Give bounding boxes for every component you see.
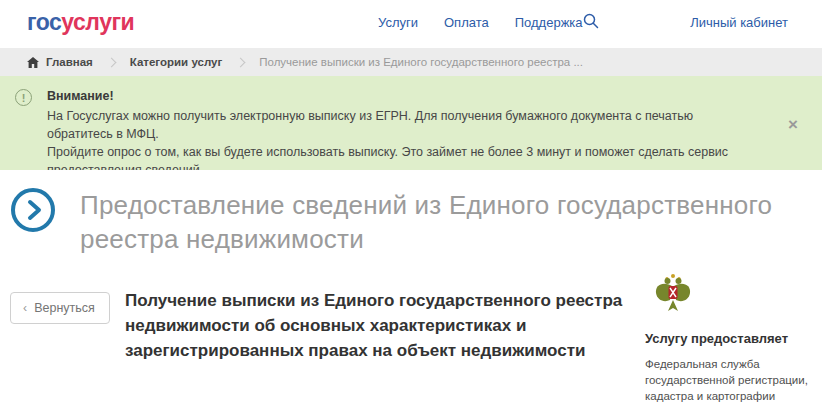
logo-part-gos: гос xyxy=(27,9,61,35)
header: госуслуги Услуги Оплата Поддержка Личный… xyxy=(0,0,822,48)
nav-item-payment[interactable]: Оплата xyxy=(444,15,489,30)
breadcrumb-label: Получение выписки из Единого государстве… xyxy=(259,56,583,68)
service-title-line: зарегистрированных правах на объект недв… xyxy=(125,338,622,363)
main-nav: Услуги Оплата Поддержка xyxy=(378,15,583,30)
service-title: Получение выписки из Единого государстве… xyxy=(125,288,622,363)
service-title-line: недвижимости об основных характеристиках… xyxy=(125,313,622,338)
gosuslugi-logo[interactable]: госуслуги xyxy=(27,9,134,36)
back-button-label: Вернуться xyxy=(34,301,95,315)
back-chevron-icon: ‹ xyxy=(23,301,27,315)
breadcrumb-label: Категории услуг xyxy=(130,56,222,68)
breadcrumb-item-home[interactable]: Главная xyxy=(27,56,93,68)
breadcrumb-separator-icon xyxy=(236,57,246,67)
notice-banner: ! Внимание! На Госуслугах можно получить… xyxy=(0,76,822,170)
breadcrumb-item-categories[interactable]: Категории услуг xyxy=(130,56,222,68)
back-button[interactable]: ‹Вернуться xyxy=(10,292,110,324)
provider-name: Федеральная служба государственной регис… xyxy=(645,356,815,402)
page-title: Предоставление сведений из Единого госуд… xyxy=(80,188,792,256)
notice-line: На Госуслугах можно получить электронную… xyxy=(47,107,762,143)
content-area: ‹Вернуться Получение выписки из Единого … xyxy=(0,268,822,402)
provider-panel: Услугу предоставляет Федеральная служба … xyxy=(645,273,815,402)
service-title-line: Получение выписки из Единого государстве… xyxy=(125,288,622,313)
account-link[interactable]: Личный кабинет xyxy=(690,15,788,30)
breadcrumb-label: Главная xyxy=(46,56,93,68)
home-icon xyxy=(27,57,39,68)
provider-heading: Услугу предоставляет xyxy=(645,331,815,346)
close-icon[interactable]: × xyxy=(788,116,798,133)
logo-part-uslugi: услуги xyxy=(61,9,134,35)
coat-of-arms-icon xyxy=(653,273,693,319)
chevron-circle-icon xyxy=(10,187,56,237)
nav-item-support[interactable]: Поддержка xyxy=(515,15,583,30)
breadcrumb-separator-icon xyxy=(106,57,116,67)
nav-item-services[interactable]: Услуги xyxy=(378,15,418,30)
breadcrumb-item-current: Получение выписки из Единого государстве… xyxy=(259,56,583,68)
search-icon[interactable] xyxy=(583,13,599,33)
title-band: Предоставление сведений из Единого госуд… xyxy=(0,170,822,268)
notice-title: Внимание! xyxy=(47,87,762,105)
breadcrumb: Главная Категории услуг Получение выписк… xyxy=(0,48,822,76)
alert-icon: ! xyxy=(15,89,32,106)
